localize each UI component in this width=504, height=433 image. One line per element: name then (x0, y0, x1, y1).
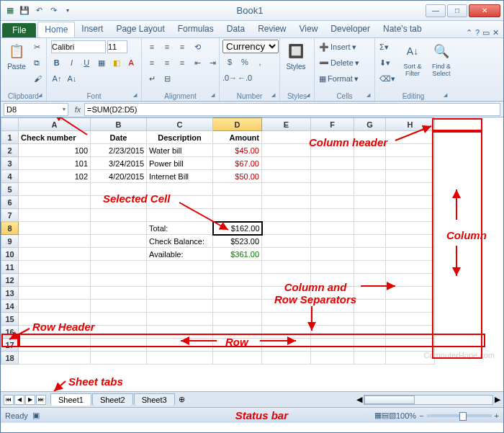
cell-H9[interactable] (386, 235, 435, 248)
cell-C14[interactable] (147, 300, 213, 313)
cell-F8[interactable] (311, 222, 354, 235)
cell-D14[interactable] (213, 300, 262, 313)
cell-H6[interactable] (386, 196, 435, 209)
cell-D3[interactable]: $67.00 (213, 157, 262, 170)
cell-B16[interactable] (91, 326, 147, 339)
cell-E5[interactable] (262, 183, 311, 196)
row-header-18[interactable]: 18 (1, 352, 19, 365)
format-painter-icon[interactable]: 🖌 (32, 71, 43, 86)
cell-F1[interactable] (311, 131, 354, 144)
cell-A16[interactable] (19, 326, 91, 339)
cell-H13[interactable] (386, 287, 435, 300)
cell-F11[interactable] (311, 261, 354, 274)
cell-C18[interactable] (147, 352, 213, 365)
cell-C8[interactable]: Total: (147, 222, 213, 235)
cell-D5[interactable] (213, 183, 262, 196)
indent-inc-icon[interactable]: ⇥ (205, 55, 220, 70)
cell-E16[interactable] (262, 326, 311, 339)
minimize-ribbon-icon[interactable]: ⌃ (466, 28, 472, 37)
cell-G18[interactable] (354, 352, 386, 365)
cell-G4[interactable] (354, 170, 386, 183)
cell-F7[interactable] (311, 209, 354, 222)
comma-icon[interactable]: , (253, 55, 267, 69)
col-header-H[interactable]: H (386, 118, 435, 131)
cell-F5[interactable] (311, 183, 354, 196)
cell-B15[interactable] (91, 313, 147, 326)
cell-C2[interactable]: Water bill (147, 144, 213, 157)
cell-A15[interactable] (19, 313, 91, 326)
row-header-7[interactable]: 7 (1, 209, 19, 222)
redo-icon[interactable]: ↷ (47, 4, 60, 17)
cell-F18[interactable] (311, 352, 354, 365)
file-tab[interactable]: File (2, 23, 36, 37)
cell-B17[interactable] (91, 339, 147, 352)
cell-E8[interactable] (262, 222, 311, 235)
cell-A8[interactable] (19, 222, 91, 235)
percent-icon[interactable]: % (238, 55, 252, 69)
macro-record-icon[interactable]: ▣ (32, 411, 40, 420)
cell-E7[interactable] (262, 209, 311, 222)
format-cells-button[interactable]: ▦Format▾ (318, 71, 361, 86)
cell-B12[interactable] (91, 274, 147, 287)
cell-H16[interactable] (386, 326, 435, 339)
col-header-D[interactable]: D (213, 118, 262, 131)
cell-D15[interactable] (213, 313, 262, 326)
cell-A14[interactable] (19, 300, 91, 313)
cell-G2[interactable] (354, 144, 386, 157)
close-button[interactable]: ✕ (469, 4, 500, 17)
cell-A18[interactable] (19, 352, 91, 365)
delete-button[interactable]: ➖Delete▾ (318, 55, 361, 70)
cell-G16[interactable] (354, 326, 386, 339)
align-top-icon[interactable]: ≡ (145, 40, 159, 54)
cell-E10[interactable] (262, 248, 311, 261)
qat-dropdown-icon[interactable]: ▾ (61, 4, 74, 17)
tab-view[interactable]: View (293, 22, 325, 37)
cell-C6[interactable] (147, 196, 213, 209)
paste-button[interactable]: 📋 Paste (4, 40, 30, 72)
row-header-3[interactable]: 3 (1, 157, 19, 170)
row-header-16[interactable]: 16 (1, 326, 19, 339)
row-header-17[interactable]: 17 (1, 339, 19, 352)
cell-F15[interactable] (311, 313, 354, 326)
cell-B1[interactable]: Date (91, 131, 147, 144)
font-color-button[interactable]: A (124, 55, 138, 70)
cell-F13[interactable] (311, 287, 354, 300)
cell-G17[interactable] (354, 339, 386, 352)
cell-E9[interactable] (262, 235, 311, 248)
sheet-next-icon[interactable]: ▶ (25, 395, 35, 405)
new-sheet-icon[interactable]: ⊕ (179, 395, 185, 404)
cell-B9[interactable] (91, 235, 147, 248)
cell-H14[interactable] (386, 300, 435, 313)
hscroll-left-icon[interactable]: ◀ (356, 395, 362, 404)
row-header-6[interactable]: 6 (1, 196, 19, 209)
cell-F17[interactable] (311, 339, 354, 352)
tab-nate-s-tab[interactable]: Nate's tab (377, 22, 428, 37)
clear-icon[interactable]: ⌫▾ (378, 71, 397, 86)
view-layout-icon[interactable]: ▤ (382, 411, 389, 420)
row-header-12[interactable]: 12 (1, 274, 19, 287)
number-format-select[interactable]: Currency (222, 40, 279, 53)
zoom-in-icon[interactable]: + (495, 411, 499, 420)
cell-B2[interactable]: 2/23/2015 (91, 144, 147, 157)
tab-data[interactable]: Data (220, 22, 251, 37)
cell-G13[interactable] (354, 287, 386, 300)
zoom-out-icon[interactable]: − (419, 411, 423, 420)
italic-button[interactable]: I (65, 55, 79, 70)
row-header-14[interactable]: 14 (1, 300, 19, 313)
cell-G12[interactable] (354, 274, 386, 287)
underline-button[interactable]: U (79, 55, 94, 70)
cell-D6[interactable] (213, 196, 262, 209)
orientation-icon[interactable]: ⟲ (190, 40, 204, 54)
cell-E12[interactable] (262, 274, 311, 287)
cell-C11[interactable] (147, 261, 213, 274)
cell-A13[interactable] (19, 287, 91, 300)
cell-G1[interactable] (354, 131, 386, 144)
zoom-control[interactable]: 100% − + (396, 411, 499, 420)
cell-G10[interactable] (354, 248, 386, 261)
styles-button[interactable]: 🔲Styles (283, 40, 309, 72)
cell-H4[interactable] (386, 170, 435, 183)
cell-E14[interactable] (262, 300, 311, 313)
cell-F14[interactable] (311, 300, 354, 313)
cell-C13[interactable] (147, 287, 213, 300)
cell-A5[interactable] (19, 183, 91, 196)
